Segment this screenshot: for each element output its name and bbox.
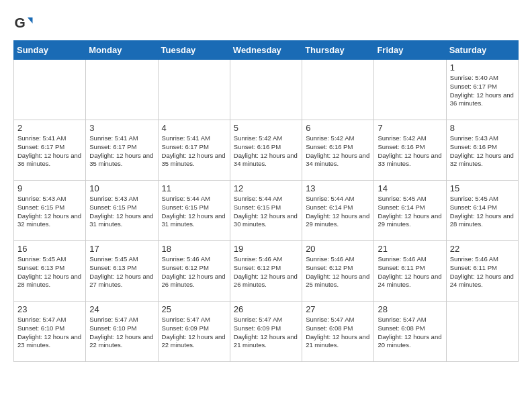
day-info: Sunrise: 5:42 AM Sunset: 6:16 PM Dayligh… — [378, 134, 442, 169]
calendar-cell: 9Sunrise: 5:43 AM Sunset: 6:15 PM Daylig… — [14, 181, 86, 241]
calendar-cell: 4Sunrise: 5:41 AM Sunset: 6:17 PM Daylig… — [158, 120, 230, 181]
calendar-cell: 10Sunrise: 5:43 AM Sunset: 6:15 PM Dayli… — [86, 181, 158, 241]
day-info: Sunrise: 5:47 AM Sunset: 6:09 PM Dayligh… — [234, 316, 298, 350]
weekday-header-monday: Monday — [86, 41, 158, 60]
day-info: Sunrise: 5:47 AM Sunset: 6:10 PM Dayligh… — [89, 316, 154, 350]
calendar-cell: 27Sunrise: 5:47 AM Sunset: 6:08 PM Dayli… — [302, 302, 374, 362]
weekday-header-saturday: Saturday — [446, 41, 518, 60]
day-number: 3 — [89, 123, 154, 133]
calendar-cell: 2Sunrise: 5:41 AM Sunset: 6:17 PM Daylig… — [14, 120, 86, 181]
logo: G — [13, 13, 36, 34]
calendar-cell: 8Sunrise: 5:43 AM Sunset: 6:16 PM Daylig… — [446, 120, 518, 181]
calendar-cell: 19Sunrise: 5:46 AM Sunset: 6:12 PM Dayli… — [230, 241, 302, 302]
calendar-cell — [158, 60, 230, 120]
day-number: 20 — [306, 244, 370, 254]
calendar-cell: 11Sunrise: 5:44 AM Sunset: 6:15 PM Dayli… — [158, 181, 230, 241]
logo-icon: G — [13, 13, 34, 34]
day-info: Sunrise: 5:44 AM Sunset: 6:15 PM Dayligh… — [162, 195, 226, 229]
day-info: Sunrise: 5:43 AM Sunset: 6:15 PM Dayligh… — [89, 195, 154, 229]
day-number: 13 — [306, 183, 370, 193]
calendar-cell: 16Sunrise: 5:45 AM Sunset: 6:13 PM Dayli… — [14, 241, 86, 302]
calendar-cell: 24Sunrise: 5:47 AM Sunset: 6:10 PM Dayli… — [86, 302, 158, 362]
day-info: Sunrise: 5:47 AM Sunset: 6:08 PM Dayligh… — [378, 316, 442, 350]
day-info: Sunrise: 5:42 AM Sunset: 6:16 PM Dayligh… — [234, 134, 298, 169]
day-info: Sunrise: 5:47 AM Sunset: 6:10 PM Dayligh… — [17, 316, 82, 350]
page-header: G — [13, 13, 519, 34]
calendar-cell — [446, 302, 518, 362]
calendar-cell — [302, 60, 374, 120]
calendar-week-4: 23Sunrise: 5:47 AM Sunset: 6:10 PM Dayli… — [14, 302, 519, 362]
calendar-cell — [374, 60, 446, 120]
day-info: Sunrise: 5:45 AM Sunset: 6:14 PM Dayligh… — [378, 195, 442, 229]
day-info: Sunrise: 5:45 AM Sunset: 6:14 PM Dayligh… — [450, 195, 515, 229]
calendar-cell: 1Sunrise: 5:40 AM Sunset: 6:17 PM Daylig… — [446, 60, 518, 120]
day-number: 15 — [450, 183, 515, 193]
calendar-week-0: 1Sunrise: 5:40 AM Sunset: 6:17 PM Daylig… — [14, 60, 519, 120]
day-number: 8 — [450, 123, 515, 133]
weekday-header-friday: Friday — [374, 41, 446, 60]
day-info: Sunrise: 5:45 AM Sunset: 6:13 PM Dayligh… — [89, 255, 154, 289]
day-info: Sunrise: 5:46 AM Sunset: 6:11 PM Dayligh… — [450, 255, 515, 289]
calendar-cell: 26Sunrise: 5:47 AM Sunset: 6:09 PM Dayli… — [230, 302, 302, 362]
calendar-cell: 20Sunrise: 5:46 AM Sunset: 6:12 PM Dayli… — [302, 241, 374, 302]
day-number: 28 — [378, 304, 442, 314]
calendar-cell: 23Sunrise: 5:47 AM Sunset: 6:10 PM Dayli… — [14, 302, 86, 362]
calendar-week-3: 16Sunrise: 5:45 AM Sunset: 6:13 PM Dayli… — [14, 241, 519, 302]
calendar-cell — [14, 60, 86, 120]
day-info: Sunrise: 5:47 AM Sunset: 6:09 PM Dayligh… — [162, 316, 226, 350]
calendar-table: SundayMondayTuesdayWednesdayThursdayFrid… — [13, 40, 519, 362]
day-number: 7 — [378, 123, 442, 133]
calendar-cell: 18Sunrise: 5:46 AM Sunset: 6:12 PM Dayli… — [158, 241, 230, 302]
calendar-cell: 5Sunrise: 5:42 AM Sunset: 6:16 PM Daylig… — [230, 120, 302, 181]
calendar-cell: 13Sunrise: 5:44 AM Sunset: 6:14 PM Dayli… — [302, 181, 374, 241]
day-number: 11 — [162, 183, 226, 193]
calendar-week-2: 9Sunrise: 5:43 AM Sunset: 6:15 PM Daylig… — [14, 181, 519, 241]
weekday-header-sunday: Sunday — [14, 41, 86, 60]
calendar-cell: 15Sunrise: 5:45 AM Sunset: 6:14 PM Dayli… — [446, 181, 518, 241]
calendar-cell: 22Sunrise: 5:46 AM Sunset: 6:11 PM Dayli… — [446, 241, 518, 302]
day-number: 18 — [162, 244, 226, 254]
calendar-cell: 14Sunrise: 5:45 AM Sunset: 6:14 PM Dayli… — [374, 181, 446, 241]
day-info: Sunrise: 5:40 AM Sunset: 6:17 PM Dayligh… — [450, 74, 515, 108]
day-number: 4 — [162, 123, 226, 133]
day-number: 23 — [17, 304, 82, 314]
calendar-cell — [86, 60, 158, 120]
calendar-cell: 3Sunrise: 5:41 AM Sunset: 6:17 PM Daylig… — [86, 120, 158, 181]
day-info: Sunrise: 5:41 AM Sunset: 6:17 PM Dayligh… — [89, 134, 154, 169]
day-info: Sunrise: 5:42 AM Sunset: 6:16 PM Dayligh… — [306, 134, 370, 169]
day-number: 21 — [378, 244, 442, 254]
day-info: Sunrise: 5:43 AM Sunset: 6:16 PM Dayligh… — [450, 134, 515, 169]
day-number: 2 — [17, 123, 82, 133]
day-number: 22 — [450, 244, 515, 254]
day-info: Sunrise: 5:41 AM Sunset: 6:17 PM Dayligh… — [162, 134, 226, 169]
day-number: 16 — [17, 244, 82, 254]
calendar-week-1: 2Sunrise: 5:41 AM Sunset: 6:17 PM Daylig… — [14, 120, 519, 181]
day-info: Sunrise: 5:43 AM Sunset: 6:15 PM Dayligh… — [17, 195, 82, 229]
day-number: 10 — [89, 183, 154, 193]
day-number: 14 — [378, 183, 442, 193]
svg-text:G: G — [15, 15, 26, 30]
day-number: 5 — [234, 123, 298, 133]
day-info: Sunrise: 5:41 AM Sunset: 6:17 PM Dayligh… — [17, 134, 82, 169]
day-number: 24 — [89, 304, 154, 314]
calendar-cell: 7Sunrise: 5:42 AM Sunset: 6:16 PM Daylig… — [374, 120, 446, 181]
day-number: 17 — [89, 244, 154, 254]
day-number: 6 — [306, 123, 370, 133]
weekday-header-row: SundayMondayTuesdayWednesdayThursdayFrid… — [14, 41, 519, 60]
day-info: Sunrise: 5:46 AM Sunset: 6:11 PM Dayligh… — [378, 255, 442, 289]
day-number: 25 — [162, 304, 226, 314]
day-number: 26 — [234, 304, 298, 314]
day-info: Sunrise: 5:44 AM Sunset: 6:14 PM Dayligh… — [306, 195, 370, 229]
day-info: Sunrise: 5:45 AM Sunset: 6:13 PM Dayligh… — [17, 255, 82, 289]
day-number: 27 — [306, 304, 370, 314]
calendar-cell — [230, 60, 302, 120]
day-info: Sunrise: 5:47 AM Sunset: 6:08 PM Dayligh… — [306, 316, 370, 350]
calendar-cell: 17Sunrise: 5:45 AM Sunset: 6:13 PM Dayli… — [86, 241, 158, 302]
calendar-cell: 25Sunrise: 5:47 AM Sunset: 6:09 PM Dayli… — [158, 302, 230, 362]
weekday-header-wednesday: Wednesday — [230, 41, 302, 60]
day-number: 19 — [234, 244, 298, 254]
calendar-cell: 28Sunrise: 5:47 AM Sunset: 6:08 PM Dayli… — [374, 302, 446, 362]
day-info: Sunrise: 5:46 AM Sunset: 6:12 PM Dayligh… — [234, 255, 298, 289]
day-info: Sunrise: 5:46 AM Sunset: 6:12 PM Dayligh… — [306, 255, 370, 289]
day-number: 12 — [234, 183, 298, 193]
